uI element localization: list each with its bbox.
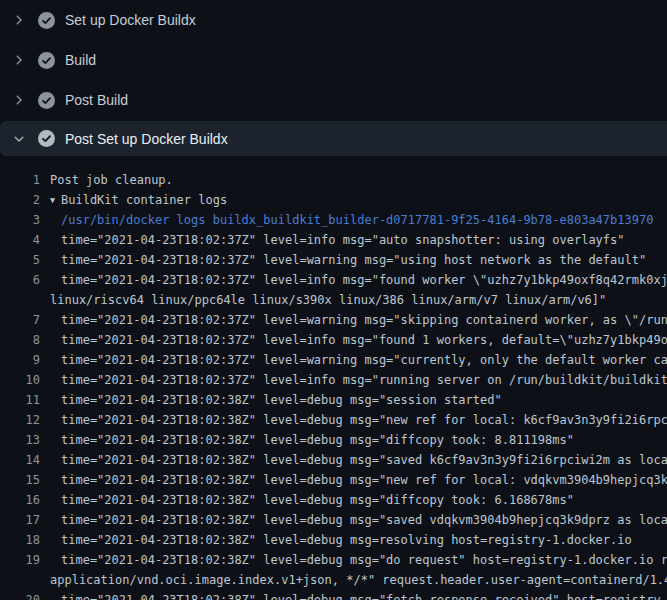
step-expander: [12, 131, 26, 147]
log-line-text: time="2021-04-23T18:02:38Z" level=debug …: [40, 430, 574, 450]
chevron-right-icon: [12, 52, 26, 68]
log-line-text: time="2021-04-23T18:02:38Z" level=debug …: [40, 450, 667, 470]
log-line: 1Post job cleanup.: [0, 170, 667, 190]
log-line: 18time="2021-04-23T18:02:38Z" level=debu…: [0, 530, 667, 550]
log-line: application/vnd.oci.image.index.v1+json,…: [0, 570, 667, 590]
log-line-number[interactable]: 7: [0, 310, 40, 330]
log-line: 7time="2021-04-23T18:02:37Z" level=warni…: [0, 310, 667, 330]
log-line-number[interactable]: 6: [0, 270, 40, 290]
log-line-text: time="2021-04-23T18:02:37Z" level=warnin…: [40, 350, 667, 370]
chevron-down-icon: [12, 131, 26, 147]
log-line-text: linux/riscv64 linux/ppc64le linux/s390x …: [40, 290, 606, 310]
step-header-build[interactable]: Build: [0, 40, 667, 80]
log-line: 14time="2021-04-23T18:02:38Z" level=debu…: [0, 450, 667, 470]
log-group-toggle[interactable]: ▼BuildKit container logs: [40, 190, 227, 210]
step-status-icon: [38, 92, 55, 109]
log-group-title: BuildKit container logs: [61, 193, 227, 207]
log-line: 12time="2021-04-23T18:02:38Z" level=debu…: [0, 410, 667, 430]
step-status-icon: [38, 130, 55, 147]
log-view: 1Post job cleanup.2▼BuildKit container l…: [0, 156, 667, 600]
log-line: 4time="2021-04-23T18:02:37Z" level=info …: [0, 230, 667, 250]
log-line-text: time="2021-04-23T18:02:38Z" level=debug …: [40, 390, 502, 410]
log-line: 15time="2021-04-23T18:02:38Z" level=debu…: [0, 470, 667, 490]
log-line-number[interactable]: 15: [0, 470, 40, 490]
log-line-number[interactable]: 3: [0, 210, 40, 230]
log-line-number[interactable]: 2: [0, 190, 40, 210]
log-line: 9time="2021-04-23T18:02:37Z" level=warni…: [0, 350, 667, 370]
step-label: Build: [65, 52, 96, 68]
log-line-text: time="2021-04-23T18:02:37Z" level=warnin…: [40, 310, 667, 330]
log-line-text: Post job cleanup.: [40, 170, 173, 190]
log-line-number[interactable]: 17: [0, 510, 40, 530]
log-line-text: time="2021-04-23T18:02:38Z" level=debug …: [40, 550, 667, 570]
log-line-text: time="2021-04-23T18:02:37Z" level=info m…: [40, 270, 667, 290]
log-line-number[interactable]: 9: [0, 350, 40, 370]
log-line-text: application/vnd.oci.image.index.v1+json,…: [40, 570, 667, 590]
log-line: 6time="2021-04-23T18:02:37Z" level=info …: [0, 270, 667, 290]
log-line-number[interactable]: 19: [0, 550, 40, 570]
step-expander: [12, 12, 26, 28]
log-line-number[interactable]: 13: [0, 430, 40, 450]
log-line-text: time="2021-04-23T18:02:38Z" level=debug …: [40, 590, 667, 600]
log-line: 3/usr/bin/docker logs buildx_buildkit_bu…: [0, 210, 667, 230]
log-line-number[interactable]: 16: [0, 490, 40, 510]
log-line: 2▼BuildKit container logs: [0, 190, 667, 210]
log-line-text: time="2021-04-23T18:02:37Z" level=info m…: [40, 370, 667, 390]
log-line-number[interactable]: 8: [0, 330, 40, 350]
log-line-number[interactable]: 14: [0, 450, 40, 470]
log-line-number[interactable]: 12: [0, 410, 40, 430]
log-line: linux/riscv64 linux/ppc64le linux/s390x …: [0, 290, 667, 310]
check-circle-icon: [38, 92, 55, 109]
log-line: 5time="2021-04-23T18:02:37Z" level=warni…: [0, 250, 667, 270]
step-expander: [12, 92, 26, 108]
log-line-text: time="2021-04-23T18:02:37Z" level=info m…: [40, 230, 625, 250]
log-line-number[interactable]: 5: [0, 250, 40, 270]
log-line-number[interactable]: 10: [0, 370, 40, 390]
group-expanded-icon: ▼: [50, 190, 61, 210]
chevron-right-icon: [12, 12, 26, 28]
check-circle-icon: [38, 130, 55, 147]
log-line-number[interactable]: 4: [0, 230, 40, 250]
log-line-text: time="2021-04-23T18:02:38Z" level=debug …: [40, 510, 667, 530]
log-line-number[interactable]: 18: [0, 530, 40, 550]
log-line: 16time="2021-04-23T18:02:38Z" level=debu…: [0, 490, 667, 510]
step-header-set-up-docker-buildx[interactable]: Set up Docker Buildx: [0, 0, 667, 40]
log-line-text: time="2021-04-23T18:02:37Z" level=info m…: [40, 330, 667, 350]
log-line-text: time="2021-04-23T18:02:38Z" level=debug …: [40, 530, 632, 550]
step-header-post-set-up-docker-buildx[interactable]: Post Set up Docker Buildx: [0, 121, 667, 156]
step-header-post-build[interactable]: Post Build: [0, 80, 667, 120]
actions-log-panel: Set up Docker BuildxBuildPost BuildPost …: [0, 0, 667, 600]
log-line-number[interactable]: 20: [0, 590, 40, 600]
log-line: 17time="2021-04-23T18:02:38Z" level=debu…: [0, 510, 667, 530]
log-line: 8time="2021-04-23T18:02:37Z" level=info …: [0, 330, 667, 350]
step-label: Post Set up Docker Buildx: [65, 131, 228, 147]
step-expander: [12, 52, 26, 68]
log-line-number[interactable]: 11: [0, 390, 40, 410]
check-circle-icon: [38, 52, 55, 69]
step-label: Set up Docker Buildx: [65, 12, 196, 28]
step-status-icon: [38, 52, 55, 69]
log-line-text: time="2021-04-23T18:02:38Z" level=debug …: [40, 490, 574, 510]
log-command-text: /usr/bin/docker logs buildx_buildkit_bui…: [40, 210, 653, 230]
step-status-icon: [38, 12, 55, 29]
chevron-right-icon: [12, 92, 26, 108]
log-line: 10time="2021-04-23T18:02:37Z" level=info…: [0, 370, 667, 390]
step-label: Post Build: [65, 92, 128, 108]
step-list: Set up Docker BuildxBuildPost BuildPost …: [0, 0, 667, 156]
log-line-text: time="2021-04-23T18:02:37Z" level=warnin…: [40, 250, 646, 270]
log-line-text: time="2021-04-23T18:02:38Z" level=debug …: [40, 410, 667, 430]
log-line: 20time="2021-04-23T18:02:38Z" level=debu…: [0, 590, 667, 600]
log-line: 19time="2021-04-23T18:02:38Z" level=debu…: [0, 550, 667, 570]
log-line: 11time="2021-04-23T18:02:38Z" level=debu…: [0, 390, 667, 410]
log-line-number: [0, 290, 40, 310]
log-line-number: [0, 570, 40, 590]
log-line-number[interactable]: 1: [0, 170, 40, 190]
log-line: 13time="2021-04-23T18:02:38Z" level=debu…: [0, 430, 667, 450]
log-line-text: time="2021-04-23T18:02:38Z" level=debug …: [40, 470, 667, 490]
check-circle-icon: [38, 12, 55, 29]
